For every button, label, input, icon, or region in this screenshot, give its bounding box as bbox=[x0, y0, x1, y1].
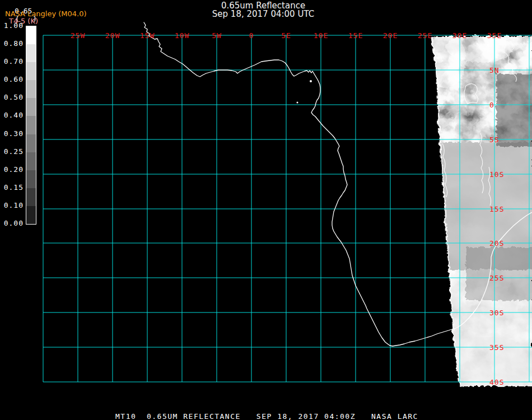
strip-dark-patch-2 bbox=[465, 246, 532, 300]
map-canvas: 25W20W15W10W5W05E10E15E20E25E30E35E 5N05… bbox=[0, 0, 532, 420]
lat-label-5S: 5S bbox=[489, 136, 500, 144]
colorbar-label-0.30: 0.30 bbox=[0, 130, 24, 138]
lat-label-25S: 25S bbox=[489, 274, 504, 282]
lat-label-10S: 10S bbox=[489, 170, 504, 179]
island-dot bbox=[297, 102, 298, 104]
coastline-west-africa bbox=[144, 22, 455, 346]
colorbar-label-0.80: 0.80 bbox=[0, 40, 24, 48]
lon-label-20W: 20W bbox=[105, 31, 120, 40]
strip-dark-patch-1 bbox=[496, 73, 532, 146]
colorbar-label-0.50: 0.50 bbox=[0, 94, 24, 101]
lon-label-15E: 15E bbox=[348, 31, 363, 40]
colorbar-label-0.10: 0.10 bbox=[0, 202, 24, 209]
lon-label-20E: 20E bbox=[383, 31, 398, 40]
lon-label-25E: 25E bbox=[418, 31, 432, 40]
lon-label-30E: 30E bbox=[452, 31, 467, 40]
island-dot bbox=[310, 80, 312, 82]
satellite-product-page: 25W20W15W10W5W05E10E15E20E25E30E35E 5N05… bbox=[0, 0, 532, 420]
lon-label-25W: 25W bbox=[71, 31, 85, 40]
lat-label-40S: 40S bbox=[489, 378, 504, 386]
lat-label-30S: 30S bbox=[489, 309, 504, 317]
lon-label-0: 0 bbox=[249, 31, 254, 40]
lon-label-5E: 5E bbox=[281, 31, 291, 40]
lat-label-5N: 5N bbox=[489, 66, 500, 74]
strip-bright-patch-3 bbox=[431, 336, 532, 386]
colorbar-label-0.25: 0.25 bbox=[0, 148, 24, 156]
colorbar-label-0.00: 0.00 bbox=[0, 220, 24, 227]
colorbar-label-0.70: 0.70 bbox=[0, 58, 24, 66]
lon-label-10E: 10E bbox=[314, 31, 328, 40]
lon-label-15W: 15W bbox=[140, 31, 155, 40]
reflectance-colorbar bbox=[26, 26, 36, 225]
colorbar-label-0.60: 0.60 bbox=[0, 76, 24, 83]
lon-label-5W: 5W bbox=[212, 31, 222, 40]
colorbar-label-0.20: 0.20 bbox=[0, 166, 24, 174]
lat-label-0: 0 bbox=[489, 101, 494, 109]
lon-label-35E: 35E bbox=[487, 31, 502, 40]
header: 0.65um Reflectance Sep 18, 2017 04:00 UT… bbox=[179, 1, 347, 18]
colorbar-label-0.15: 0.15 bbox=[0, 184, 24, 192]
footer-caption: MT10 0.65UM REFLECTANCE SEP 18, 2017 04:… bbox=[115, 412, 418, 420]
colorbar-label-1.00: 1.00 bbox=[0, 22, 24, 30]
page-subtitle: Sep 18, 2017 04:00 UTC bbox=[179, 10, 347, 18]
colorbar-label-0.40: 0.40 bbox=[0, 111, 24, 119]
lat-label-15S: 15S bbox=[489, 205, 504, 213]
gulf-of-guinea-islands bbox=[297, 80, 312, 104]
lat-label-20S: 20S bbox=[489, 239, 504, 248]
lat-label-35S: 35S bbox=[489, 343, 504, 352]
lon-label-10W: 10W bbox=[175, 31, 189, 40]
